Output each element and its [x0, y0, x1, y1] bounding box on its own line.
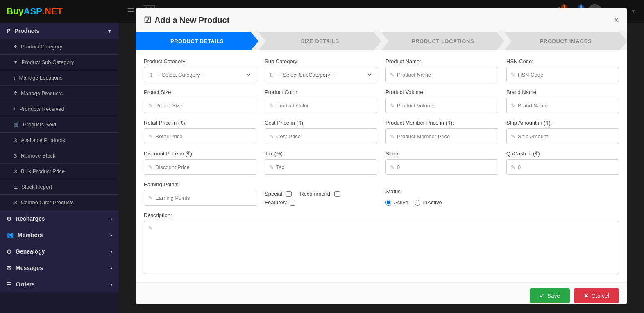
special-checkbox[interactable]	[286, 191, 292, 197]
discount-price-input-wrapper[interactable]: ✎	[144, 159, 256, 175]
sidebar-item-product-sub-category[interactable]: ▼ Product Sub Category	[0, 55, 119, 70]
product-color-group: Product Color: ✎	[265, 89, 377, 113]
hsn-code-input-wrapper[interactable]: ✎	[506, 67, 619, 82]
sidebar-item-label: Combo Offer Products	[21, 199, 74, 206]
stock-input-wrapper[interactable]: ✎	[385, 159, 498, 175]
wizard-step-product-images[interactable]: PRODUCT IMAGES	[504, 32, 627, 50]
sidebar-genealogy-header[interactable]: ⊙ Genealogy ›	[0, 243, 119, 260]
hsn-code-group: HSN Code: ✎	[506, 58, 619, 82]
sidebar-members-header[interactable]: 👥 Members ›	[0, 227, 119, 243]
retail-price-input-wrapper[interactable]: ✎	[144, 128, 256, 144]
earning-points-label: Earning Points:	[144, 181, 256, 187]
sidebar-item-label: Product Category	[21, 43, 62, 50]
features-checkbox[interactable]	[290, 200, 295, 206]
product-color-input-wrapper[interactable]: ✎	[265, 98, 377, 113]
inactive-radio-group: InActive	[415, 199, 442, 206]
wizard-step-product-locations[interactable]: PRODUCT LOCATIONS	[381, 32, 504, 50]
sidebar-recharges-header[interactable]: ⊕ Recharges ›	[0, 210, 119, 227]
product-size-input-wrapper[interactable]: ✎	[144, 98, 256, 113]
recommend-checkbox[interactable]	[334, 191, 340, 197]
modal-close-button[interactable]: ×	[614, 15, 619, 25]
sidebar-item-combo-offer-products[interactable]: ⊙ Combo Offer Products	[0, 195, 119, 210]
product-volume-input-wrapper[interactable]: ✎	[385, 98, 498, 113]
product-size-label: Prouct Size:	[144, 89, 256, 95]
members-icon: 👥	[7, 232, 14, 238]
sidebar-item-remove-stock[interactable]: ⊙ Remove Stock	[0, 148, 119, 164]
description-textarea-wrapper[interactable]: ✎	[144, 221, 619, 274]
special-label: Special:	[265, 191, 283, 197]
member-price-input-wrapper[interactable]: ✎	[385, 128, 498, 144]
cancel-label: Cancel	[591, 292, 609, 299]
product-name-input[interactable]	[397, 72, 494, 78]
combo-offer-icon: ⊙	[13, 199, 18, 206]
members-arrow-icon: ›	[110, 232, 112, 238]
retail-price-label: Retail Price in (₹):	[144, 120, 256, 126]
sidebar-item-products-sold[interactable]: 🛒 Products Sold	[0, 117, 119, 133]
genealogy-arrow-icon: ›	[110, 248, 112, 255]
messages-arrow-icon: ›	[110, 265, 112, 271]
product-category-select[interactable]: -- Select Category --	[155, 71, 252, 78]
modal-header: ☑ Add a New Product ×	[136, 8, 627, 32]
qucash-input[interactable]	[518, 164, 615, 170]
special-checkbox-group: Special:	[265, 191, 292, 197]
cost-price-label: Cost Price in (₹):	[265, 120, 377, 126]
active-radio[interactable]	[385, 200, 391, 206]
cancel-button[interactable]: ✖ Cancel	[574, 288, 619, 303]
wizard-step-size-details[interactable]: SIZE DETAILS	[259, 32, 381, 50]
product-category-select-wrapper[interactable]: ⇅ -- Select Category --	[144, 67, 256, 82]
modal-footer: ✔ Save ✖ Cancel	[136, 282, 627, 304]
cost-price-input[interactable]	[276, 133, 373, 139]
product-name-group: Product Name: ✎	[385, 58, 498, 82]
tax-input[interactable]	[276, 164, 373, 170]
sidebar-products-header[interactable]: P Products ▼	[0, 23, 119, 39]
wizard-step-label: PRODUCT DETAILS	[170, 38, 224, 44]
wizard-step-product-details[interactable]: PRODUCT DETAILS	[136, 32, 259, 50]
inactive-radio[interactable]	[415, 200, 420, 206]
discount-price-input[interactable]	[155, 164, 252, 170]
modal-dialog: ☑ Add a New Product × PRODUCT DETAILS SI…	[136, 8, 627, 304]
recommend-label: Recommend:	[300, 191, 331, 197]
sidebar-item-label: Products Received	[20, 106, 64, 112]
qucash-input-wrapper[interactable]: ✎	[506, 159, 619, 175]
sidebar-messages-header[interactable]: ✉ Messages ›	[0, 260, 119, 276]
sidebar-item-label: Products Sold	[23, 121, 56, 128]
sidebar: BuyASP.NET P Products ▼ ✦ Product Catego…	[0, 0, 119, 313]
hsn-code-input[interactable]	[518, 72, 615, 78]
sidebar-item-bulk-product-price[interactable]: ⊙ Bulk Product Price	[0, 164, 119, 179]
sidebar-orders-header[interactable]: ☰ Orders ›	[0, 276, 119, 292]
discount-price-label: Discount Price in (₹):	[144, 151, 256, 157]
sidebar-item-manage-products[interactable]: ✲ Manage Products	[0, 86, 119, 101]
sidebar-item-products-received[interactable]: + Products Received	[0, 101, 119, 117]
sidebar-item-product-category[interactable]: ✦ Product Category	[0, 39, 119, 55]
description-label: Description:	[144, 212, 619, 218]
product-volume-input[interactable]	[397, 103, 494, 109]
stock-input[interactable]	[397, 164, 494, 170]
orders-label: Orders	[16, 281, 35, 288]
retail-price-input[interactable]	[155, 133, 252, 139]
product-name-input-wrapper[interactable]: ✎	[385, 67, 498, 82]
ship-amount-input[interactable]	[518, 133, 615, 139]
product-size-input[interactable]	[155, 103, 252, 109]
sidebar-item-available-products[interactable]: ⊙ Available Products	[0, 133, 119, 148]
product-color-input[interactable]	[276, 103, 373, 109]
save-button[interactable]: ✔ Save	[530, 288, 570, 303]
cost-price-input-wrapper[interactable]: ✎	[265, 128, 377, 144]
earning-points-edit-icon: ✎	[148, 195, 153, 201]
sub-category-select-wrapper[interactable]: ⇅ -- Select SubCategory --	[265, 67, 377, 82]
features-checkbox-group: Features:	[265, 199, 295, 206]
recharges-label: Recharges	[16, 215, 45, 222]
cost-price-edit-icon: ✎	[269, 133, 274, 139]
hsn-code-edit-icon: ✎	[511, 72, 515, 78]
sub-category-select[interactable]: -- Select SubCategory --	[276, 71, 373, 78]
earning-points-input[interactable]	[155, 195, 252, 201]
earning-points-input-wrapper[interactable]: ✎	[144, 190, 256, 206]
brand-name-input[interactable]	[518, 103, 615, 109]
ship-amount-input-wrapper[interactable]: ✎	[506, 128, 619, 144]
sidebar-item-manage-locations[interactable]: ↕ Manage Locations	[0, 70, 119, 86]
description-textarea[interactable]	[148, 232, 615, 269]
logo-asp: ASP	[24, 6, 42, 17]
brand-name-input-wrapper[interactable]: ✎	[506, 98, 619, 113]
tax-input-wrapper[interactable]: ✎	[265, 159, 377, 175]
member-price-input[interactable]	[397, 133, 494, 139]
sidebar-item-stock-report[interactable]: ☰ Stock Report	[0, 179, 119, 195]
